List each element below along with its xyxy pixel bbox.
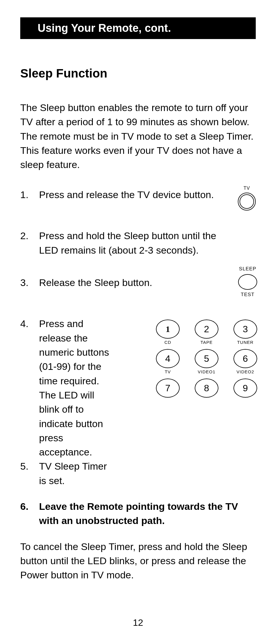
section-heading: Sleep Function [20,67,256,80]
keypad-2-icon: 2 [195,320,218,339]
keypad-7-icon: 7 [156,379,180,398]
sleep-label-top: SLEEP [239,265,256,273]
tv-button-label: TV [244,185,250,191]
step-4: Press and release the numeric buttons (0… [20,317,114,459]
keypad-6-sublabel: VIDEO2 [236,369,254,374]
sleep-button-icon [238,274,257,290]
sleep-button-illustration: SLEEP TEST [238,265,257,298]
keypad-2-sublabel: TAPE [200,340,213,345]
keypad-5-icon: 5 [195,349,218,368]
header-bar: Using Your Remote, cont. [20,17,256,39]
keypad-8-icon: 8 [195,379,218,398]
step-1-text: Press and release the TV device button. [39,189,214,200]
step-3-text: Release the Sleep button. [39,277,152,288]
step-5: TV Sleep Timer is set. [20,459,114,488]
step-5-text: TV Sleep Timer is set. [39,461,107,486]
step-2: Press and hold the Sleep button until th… [20,229,256,263]
keypad-1-sublabel: CD [164,340,171,345]
tv-button-illustration: TV [238,185,256,210]
keypad-3-sublabel: TUNER [237,340,254,345]
step-6-text: Leave the Remote pointing towards the TV… [39,501,238,526]
keypad-1-icon: 1 [156,320,180,339]
step-2-text: Press and hold the Sleep button until th… [39,230,216,255]
keypad-3-icon: 3 [233,320,257,339]
keypad-6-icon: 6 [233,349,257,368]
keypad-5-sublabel: VIDEO1 [198,369,215,374]
step-1: Press and release the TV device button. … [20,188,256,217]
page-number: 12 [133,617,143,628]
step-6: Leave the Remote pointing towards the TV… [20,499,256,528]
step-3: Release the Sleep button. SLEEP TEST [20,276,256,305]
tv-button-icon [238,193,256,211]
keypad-4-sublabel: TV [165,369,171,374]
keypad-9-icon: 9 [233,379,257,398]
step-4-text: Press and release the numeric buttons (0… [39,318,109,457]
sleep-label-bottom: TEST [241,291,254,298]
number-pad-illustration: 1CD 2TAPE 3TUNER 4TV 5VIDEO1 6VIDEO2 7. … [156,320,257,408]
cancel-paragraph: To cancel the Sleep Timer, press and hol… [20,540,256,582]
steps-4-5-row: Press and release the numeric buttons (0… [20,317,256,488]
keypad-4-icon: 4 [156,349,180,368]
steps-list: Press and release the TV device button. … [20,188,256,305]
intro-paragraph: The Sleep button enables the remote to t… [20,101,256,172]
